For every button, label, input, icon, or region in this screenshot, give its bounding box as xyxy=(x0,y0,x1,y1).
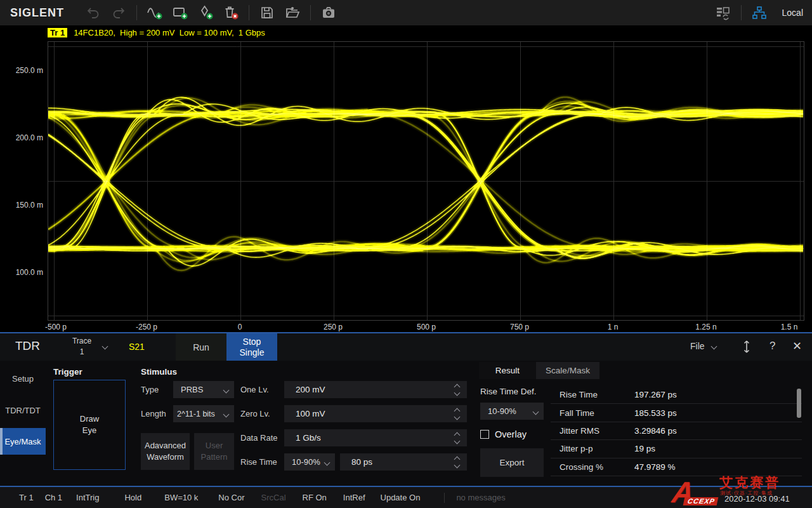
toolbar-separator xyxy=(741,5,742,20)
table-row: Crossing % 47.9789 % xyxy=(551,458,802,476)
type-dropdown[interactable]: PRBS xyxy=(173,381,234,398)
status-message: no messages xyxy=(456,493,505,502)
overlay-checkbox[interactable]: Overlay xyxy=(480,429,527,439)
status-bandwidth: BW=10 k xyxy=(164,493,198,502)
trace-select-dropdown[interactable]: Trace 1 xyxy=(63,336,100,358)
x-tick-label: 0 xyxy=(219,323,260,331)
layout-sync-icon[interactable] xyxy=(710,3,736,23)
y-tick-label: 100.0 m xyxy=(5,268,43,277)
toolbar-separator xyxy=(310,5,311,20)
rise-time-field[interactable]: 80 ps xyxy=(340,453,467,471)
siglent-logo: SIGLENT xyxy=(10,6,64,20)
display-area: Tr 1 14FC1B20, High = 200 mV Low = 100 m… xyxy=(0,25,812,332)
checkbox-icon xyxy=(480,430,489,439)
y-tick-label: 150.0 m xyxy=(5,201,43,210)
s-parameter-label[interactable]: S21 xyxy=(129,342,145,352)
undo-icon[interactable] xyxy=(81,3,106,23)
results-scrollbar[interactable] xyxy=(797,389,801,418)
result-rise-def-dropdown[interactable]: 10-90% xyxy=(480,403,544,420)
data-rate-stepper[interactable] xyxy=(453,431,462,445)
one-level-field[interactable]: 200 mV xyxy=(284,381,467,398)
save-icon[interactable] xyxy=(254,3,280,23)
table-row: Jitter p-p 19 ps xyxy=(551,440,802,458)
redo-icon[interactable] xyxy=(106,3,131,23)
chevron-down-icon xyxy=(711,344,717,350)
add-trace-icon[interactable] xyxy=(142,3,167,23)
export-button[interactable]: Export xyxy=(480,448,544,477)
x-tick-label: -500 p xyxy=(36,323,76,331)
delete-icon[interactable] xyxy=(218,3,244,23)
local-mode-button[interactable]: Local xyxy=(782,8,803,18)
tab-scale-mask[interactable]: Scale/Mask xyxy=(536,362,599,379)
zero-level-field[interactable]: 100 mV xyxy=(284,405,467,422)
file-menu[interactable]: File xyxy=(690,341,705,351)
run-button[interactable]: Run xyxy=(176,333,226,361)
help-button[interactable]: ? xyxy=(769,340,775,352)
add-marker-icon[interactable] xyxy=(193,3,218,23)
top-toolbar: SIGLENT xyxy=(0,0,812,25)
toolbar-separator xyxy=(249,5,249,20)
status-trigger: IntTrig xyxy=(76,493,99,502)
rise-time-def-label: Rise Time Def. xyxy=(480,386,537,398)
zero-level-label: Zero Lv. xyxy=(240,405,270,422)
sidebar-item-tdr-tdt[interactable]: TDR/TDT xyxy=(0,398,46,423)
stop-single-button[interactable]: StopSingle xyxy=(226,333,277,361)
close-icon[interactable]: ✕ xyxy=(792,339,802,353)
measurement-table: Rise Time 197.267 ps Fall Time 185.533 p… xyxy=(551,386,802,476)
open-file-icon[interactable] xyxy=(280,3,305,23)
zero-level-stepper[interactable] xyxy=(453,406,462,421)
eye-canvas[interactable] xyxy=(48,42,804,320)
control-panel: Setup TDR/TDT Eye/Mask Trigger DrawEye S… xyxy=(0,361,812,486)
eye-plot[interactable] xyxy=(48,41,804,321)
toolbar-right: Local xyxy=(710,3,803,23)
rise-time-label: Rise Time xyxy=(240,453,277,471)
trace-info-text: 14FC1B20, High = 200 mV Low = 100 mV, 1 … xyxy=(74,28,265,37)
chevron-down-icon xyxy=(102,344,108,350)
y-tick-label: 250.0 m xyxy=(5,66,43,75)
screenshot-icon[interactable] xyxy=(316,3,341,23)
y-tick-label: 200.0 m xyxy=(5,133,43,142)
status-ref: IntRef xyxy=(343,493,365,502)
add-window-icon[interactable] xyxy=(167,3,193,23)
data-rate-label: Data Rate xyxy=(240,429,278,446)
rise-time-stepper[interactable] xyxy=(453,455,462,469)
chevron-down-icon xyxy=(324,460,331,466)
trace-badge[interactable]: Tr 1 xyxy=(48,28,67,37)
sidebar-item-eye-mask[interactable]: Eye/Mask xyxy=(0,428,46,455)
x-tick-label: 500 p xyxy=(406,323,447,331)
user-pattern-button[interactable]: UserPattern xyxy=(194,433,234,470)
x-tick-label: -250 p xyxy=(126,323,167,331)
status-srccal: SrcCal xyxy=(261,493,286,502)
status-update: Update On xyxy=(381,493,421,502)
app-title: TDR xyxy=(15,339,40,353)
one-level-label: One Lv. xyxy=(240,381,269,398)
tab-result[interactable]: Result xyxy=(479,362,536,379)
x-tick-label: 250 p xyxy=(313,323,353,331)
instrument-screen: SIGLENT xyxy=(0,0,812,508)
status-bar: Tr 1 Ch 1 IntTrig Hold BW=10 k No Cor Sr… xyxy=(0,486,812,508)
network-lan-icon[interactable] xyxy=(747,3,772,23)
table-row: Fall Time 185.533 ps xyxy=(551,404,802,422)
one-level-stepper[interactable] xyxy=(453,382,462,397)
table-row: Jitter RMS 3.29846 ps xyxy=(551,422,802,440)
x-tick-label: 1.5 n xyxy=(769,323,809,331)
trace-info-bar: Tr 1 14FC1B20, High = 200 mV Low = 100 m… xyxy=(48,28,265,37)
chevron-down-icon xyxy=(223,387,230,394)
trigger-section-title: Trigger xyxy=(53,367,82,377)
rise-time-def-dropdown[interactable]: 10-90% xyxy=(284,453,335,471)
x-tick-label: 750 p xyxy=(499,323,540,331)
draw-eye-button[interactable]: DrawEye xyxy=(53,380,126,470)
status-channel: Ch 1 xyxy=(45,493,62,502)
type-label: Type xyxy=(141,381,159,398)
toolbar-separator xyxy=(136,5,137,20)
status-trace: Tr 1 xyxy=(19,493,34,502)
data-rate-field[interactable]: 1 Gb/s xyxy=(284,429,467,446)
length-dropdown[interactable]: 2^11-1 bits xyxy=(173,405,234,422)
chevron-down-icon xyxy=(223,411,230,418)
chevron-down-icon xyxy=(533,409,539,415)
advanced-waveform-button[interactable]: AdavancedWaveform xyxy=(141,433,190,470)
status-correction: No Cor xyxy=(218,493,244,502)
table-row: Rise Time 197.267 ps xyxy=(551,386,802,404)
sidebar-item-setup[interactable]: Setup xyxy=(0,366,46,391)
expand-panel-icon[interactable] xyxy=(742,338,751,358)
